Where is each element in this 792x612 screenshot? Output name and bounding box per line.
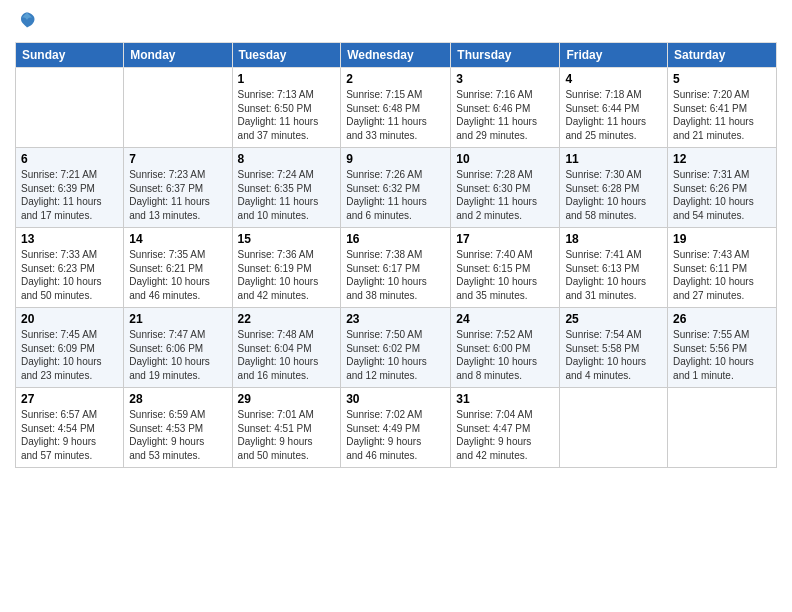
header — [15, 10, 777, 34]
day-number: 10 — [456, 152, 554, 166]
day-number: 4 — [565, 72, 662, 86]
day-info: Sunrise: 7:50 AMSunset: 6:02 PMDaylight:… — [346, 328, 445, 382]
calendar-week-4: 20Sunrise: 7:45 AMSunset: 6:09 PMDayligh… — [16, 308, 777, 388]
day-info: Sunrise: 7:33 AMSunset: 6:23 PMDaylight:… — [21, 248, 118, 302]
calendar-cell: 2Sunrise: 7:15 AMSunset: 6:48 PMDaylight… — [341, 68, 451, 148]
day-number: 26 — [673, 312, 771, 326]
calendar-cell — [124, 68, 232, 148]
calendar-cell: 1Sunrise: 7:13 AMSunset: 6:50 PMDaylight… — [232, 68, 341, 148]
calendar-cell: 6Sunrise: 7:21 AMSunset: 6:39 PMDaylight… — [16, 148, 124, 228]
calendar-cell: 4Sunrise: 7:18 AMSunset: 6:44 PMDaylight… — [560, 68, 668, 148]
day-number: 14 — [129, 232, 226, 246]
day-number: 18 — [565, 232, 662, 246]
calendar-cell: 13Sunrise: 7:33 AMSunset: 6:23 PMDayligh… — [16, 228, 124, 308]
day-number: 28 — [129, 392, 226, 406]
calendar-cell: 3Sunrise: 7:16 AMSunset: 6:46 PMDaylight… — [451, 68, 560, 148]
calendar-cell: 5Sunrise: 7:20 AMSunset: 6:41 PMDaylight… — [668, 68, 777, 148]
logo-bird-icon — [17, 10, 37, 30]
day-number: 23 — [346, 312, 445, 326]
day-number: 3 — [456, 72, 554, 86]
day-info: Sunrise: 7:13 AMSunset: 6:50 PMDaylight:… — [238, 88, 336, 142]
calendar-cell: 10Sunrise: 7:28 AMSunset: 6:30 PMDayligh… — [451, 148, 560, 228]
day-info: Sunrise: 7:21 AMSunset: 6:39 PMDaylight:… — [21, 168, 118, 222]
calendar-cell: 19Sunrise: 7:43 AMSunset: 6:11 PMDayligh… — [668, 228, 777, 308]
day-info: Sunrise: 7:15 AMSunset: 6:48 PMDaylight:… — [346, 88, 445, 142]
day-number: 24 — [456, 312, 554, 326]
day-info: Sunrise: 7:28 AMSunset: 6:30 PMDaylight:… — [456, 168, 554, 222]
calendar-cell: 27Sunrise: 6:57 AMSunset: 4:54 PMDayligh… — [16, 388, 124, 468]
calendar-cell: 15Sunrise: 7:36 AMSunset: 6:19 PMDayligh… — [232, 228, 341, 308]
calendar-cell: 12Sunrise: 7:31 AMSunset: 6:26 PMDayligh… — [668, 148, 777, 228]
calendar-cell: 20Sunrise: 7:45 AMSunset: 6:09 PMDayligh… — [16, 308, 124, 388]
day-number: 7 — [129, 152, 226, 166]
day-number: 2 — [346, 72, 445, 86]
weekday-header-friday: Friday — [560, 43, 668, 68]
day-number: 9 — [346, 152, 445, 166]
calendar-cell: 18Sunrise: 7:41 AMSunset: 6:13 PMDayligh… — [560, 228, 668, 308]
calendar-cell: 31Sunrise: 7:04 AMSunset: 4:47 PMDayligh… — [451, 388, 560, 468]
day-number: 31 — [456, 392, 554, 406]
day-number: 13 — [21, 232, 118, 246]
calendar-cell: 9Sunrise: 7:26 AMSunset: 6:32 PMDaylight… — [341, 148, 451, 228]
day-number: 1 — [238, 72, 336, 86]
day-info: Sunrise: 7:31 AMSunset: 6:26 PMDaylight:… — [673, 168, 771, 222]
day-info: Sunrise: 7:47 AMSunset: 6:06 PMDaylight:… — [129, 328, 226, 382]
day-info: Sunrise: 7:24 AMSunset: 6:35 PMDaylight:… — [238, 168, 336, 222]
calendar-cell: 29Sunrise: 7:01 AMSunset: 4:51 PMDayligh… — [232, 388, 341, 468]
calendar-cell — [560, 388, 668, 468]
day-number: 17 — [456, 232, 554, 246]
day-info: Sunrise: 7:54 AMSunset: 5:58 PMDaylight:… — [565, 328, 662, 382]
calendar-week-5: 27Sunrise: 6:57 AMSunset: 4:54 PMDayligh… — [16, 388, 777, 468]
day-info: Sunrise: 7:30 AMSunset: 6:28 PMDaylight:… — [565, 168, 662, 222]
day-info: Sunrise: 7:36 AMSunset: 6:19 PMDaylight:… — [238, 248, 336, 302]
day-number: 21 — [129, 312, 226, 326]
logo — [15, 10, 39, 34]
calendar-cell: 16Sunrise: 7:38 AMSunset: 6:17 PMDayligh… — [341, 228, 451, 308]
weekday-header-monday: Monday — [124, 43, 232, 68]
calendar-cell — [668, 388, 777, 468]
calendar-cell: 17Sunrise: 7:40 AMSunset: 6:15 PMDayligh… — [451, 228, 560, 308]
calendar-cell: 26Sunrise: 7:55 AMSunset: 5:56 PMDayligh… — [668, 308, 777, 388]
calendar-body: 1Sunrise: 7:13 AMSunset: 6:50 PMDaylight… — [16, 68, 777, 468]
day-number: 22 — [238, 312, 336, 326]
calendar-cell: 25Sunrise: 7:54 AMSunset: 5:58 PMDayligh… — [560, 308, 668, 388]
day-number: 8 — [238, 152, 336, 166]
day-info: Sunrise: 7:52 AMSunset: 6:00 PMDaylight:… — [456, 328, 554, 382]
calendar-cell: 28Sunrise: 6:59 AMSunset: 4:53 PMDayligh… — [124, 388, 232, 468]
day-number: 12 — [673, 152, 771, 166]
day-number: 16 — [346, 232, 445, 246]
calendar-cell: 14Sunrise: 7:35 AMSunset: 6:21 PMDayligh… — [124, 228, 232, 308]
calendar-week-2: 6Sunrise: 7:21 AMSunset: 6:39 PMDaylight… — [16, 148, 777, 228]
calendar-cell: 30Sunrise: 7:02 AMSunset: 4:49 PMDayligh… — [341, 388, 451, 468]
day-info: Sunrise: 7:20 AMSunset: 6:41 PMDaylight:… — [673, 88, 771, 142]
day-info: Sunrise: 7:38 AMSunset: 6:17 PMDaylight:… — [346, 248, 445, 302]
weekday-header-wednesday: Wednesday — [341, 43, 451, 68]
day-info: Sunrise: 7:16 AMSunset: 6:46 PMDaylight:… — [456, 88, 554, 142]
day-info: Sunrise: 6:57 AMSunset: 4:54 PMDaylight:… — [21, 408, 118, 462]
page-container: SundayMondayTuesdayWednesdayThursdayFrid… — [0, 0, 792, 478]
day-info: Sunrise: 7:35 AMSunset: 6:21 PMDaylight:… — [129, 248, 226, 302]
day-info: Sunrise: 7:45 AMSunset: 6:09 PMDaylight:… — [21, 328, 118, 382]
day-info: Sunrise: 7:48 AMSunset: 6:04 PMDaylight:… — [238, 328, 336, 382]
day-info: Sunrise: 7:23 AMSunset: 6:37 PMDaylight:… — [129, 168, 226, 222]
day-number: 30 — [346, 392, 445, 406]
day-number: 25 — [565, 312, 662, 326]
calendar-cell: 22Sunrise: 7:48 AMSunset: 6:04 PMDayligh… — [232, 308, 341, 388]
calendar-cell: 11Sunrise: 7:30 AMSunset: 6:28 PMDayligh… — [560, 148, 668, 228]
day-info: Sunrise: 7:40 AMSunset: 6:15 PMDaylight:… — [456, 248, 554, 302]
day-number: 5 — [673, 72, 771, 86]
day-number: 27 — [21, 392, 118, 406]
day-number: 11 — [565, 152, 662, 166]
weekday-header-saturday: Saturday — [668, 43, 777, 68]
calendar-week-1: 1Sunrise: 7:13 AMSunset: 6:50 PMDaylight… — [16, 68, 777, 148]
calendar-table: SundayMondayTuesdayWednesdayThursdayFrid… — [15, 42, 777, 468]
day-info: Sunrise: 7:41 AMSunset: 6:13 PMDaylight:… — [565, 248, 662, 302]
calendar-cell: 7Sunrise: 7:23 AMSunset: 6:37 PMDaylight… — [124, 148, 232, 228]
calendar-cell: 21Sunrise: 7:47 AMSunset: 6:06 PMDayligh… — [124, 308, 232, 388]
calendar-week-3: 13Sunrise: 7:33 AMSunset: 6:23 PMDayligh… — [16, 228, 777, 308]
weekday-row: SundayMondayTuesdayWednesdayThursdayFrid… — [16, 43, 777, 68]
day-info: Sunrise: 7:01 AMSunset: 4:51 PMDaylight:… — [238, 408, 336, 462]
day-info: Sunrise: 7:02 AMSunset: 4:49 PMDaylight:… — [346, 408, 445, 462]
day-number: 19 — [673, 232, 771, 246]
weekday-header-sunday: Sunday — [16, 43, 124, 68]
